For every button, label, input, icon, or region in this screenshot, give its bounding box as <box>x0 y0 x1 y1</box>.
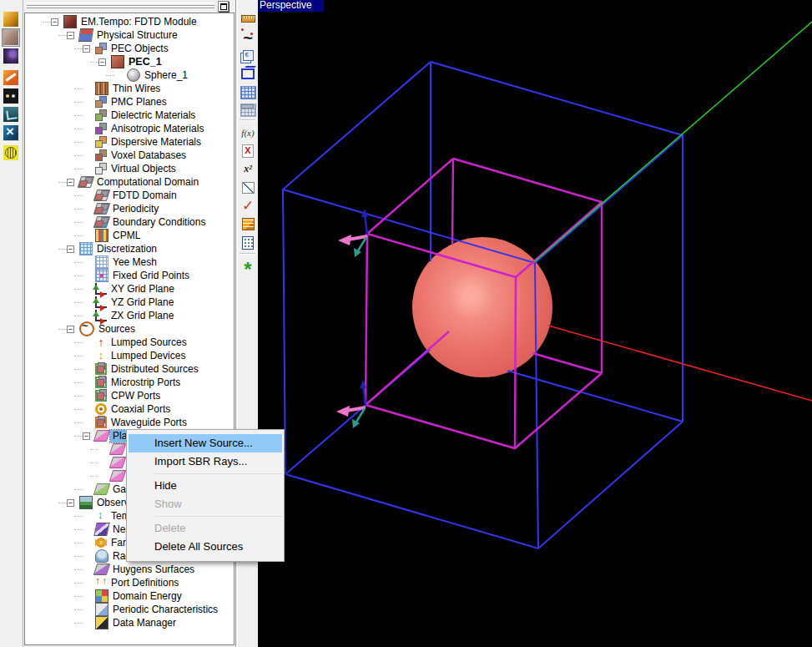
tree-item-discretization[interactable]: −Discretization <box>25 242 234 255</box>
tree-connector <box>74 262 83 263</box>
toolbar-button-mesh-grid[interactable] <box>239 83 257 101</box>
tree-item-dispersive-materials[interactable]: Dispersive Materials <box>25 135 234 149</box>
tree-item-virtual-objects[interactable]: Virtual Objects <box>25 162 234 175</box>
tree-connector <box>74 543 83 543</box>
module-button-7[interactable] <box>2 124 20 142</box>
pw-icon <box>109 443 126 455</box>
tree-item-label: Dispersive Materials <box>108 136 204 149</box>
tree-item-label: Computational Domain <box>94 176 201 189</box>
tree-item-fixed-grid-points[interactable]: Fixed Grid Points <box>25 269 234 282</box>
module-button-1[interactable] <box>2 10 20 28</box>
tree-connector <box>74 115 83 116</box>
tree-item-microstrip-ports[interactable]: Microstrip Ports <box>25 376 234 389</box>
collapse-expander-icon[interactable]: − <box>67 179 74 186</box>
fdtd-icon <box>93 190 110 201</box>
tree-item-distributed-sources[interactable]: Distributed Sources <box>25 362 234 376</box>
menu-item-hide[interactable]: Hide <box>127 477 284 495</box>
collapse-expander-icon[interactable]: − <box>83 45 90 53</box>
tree-connector <box>58 503 67 503</box>
collapse-expander-icon[interactable]: − <box>51 18 58 26</box>
tree-item-cpw-ports[interactable]: CPW Ports <box>25 389 234 402</box>
tree-item-yz-grid-plane[interactable]: YZ Grid Plane <box>25 296 234 309</box>
tree-item-huygens-surfaces[interactable]: Huygens Surfaces <box>25 563 234 576</box>
module-button-8[interactable] <box>2 144 20 162</box>
planewave-icon <box>93 430 110 442</box>
tree-connector <box>90 463 98 463</box>
tree-item-boundary-conditions[interactable]: Boundary Conditions <box>25 215 234 229</box>
collapse-expander-icon[interactable]: − <box>98 58 106 66</box>
viewport-3d[interactable]: Perspective <box>258 0 812 647</box>
module-button-5[interactable] <box>2 87 20 105</box>
toolbar-button-ruler[interactable] <box>239 10 257 28</box>
tree-item-cpml[interactable]: CPML <box>25 229 234 242</box>
menu-item-import-sbr-rays[interactable]: Import SBR Rays... <box>127 452 284 471</box>
toolbar-button-check[interactable]: ✓ <box>239 197 257 215</box>
toolbar-separator <box>3 63 19 65</box>
menu-item-delete-all-sources[interactable]: Delete All Sources <box>127 538 284 556</box>
menu-item-insert-new-source[interactable]: Insert New Source... <box>129 434 282 452</box>
tree-connector <box>74 235 83 236</box>
toolbar-button-delete-x[interactable]: X <box>239 142 257 159</box>
toolbar-button-sine-wave[interactable]: ~ <box>239 28 257 46</box>
tree-item-computational-domain[interactable]: −Computational Domain <box>25 175 234 189</box>
y-axis-line <box>534 22 812 262</box>
tree-item-sources[interactable]: −Sources <box>25 322 234 336</box>
tree-connector <box>74 396 83 397</box>
tree-item-pec-1[interactable]: −PEC_1 <box>25 55 234 68</box>
dock-grip[interactable] <box>27 3 214 8</box>
tree-item-label: Periodic Characteristics <box>110 604 220 616</box>
tree-item-thin-wires[interactable]: Thin Wires <box>25 82 234 95</box>
sheets-icon <box>243 50 254 61</box>
tree-item-data-manager[interactable]: Data Manager <box>25 616 234 629</box>
tree-item-periodic-characteristics[interactable]: Periodic Characteristics <box>25 603 234 616</box>
tree-item-zx-grid-plane[interactable]: ZX Grid Plane <box>25 309 234 322</box>
tree-item-yee-mesh[interactable]: Yee Mesh <box>25 255 234 269</box>
pw-icon <box>109 457 126 468</box>
module-button-4[interactable] <box>2 68 20 87</box>
tree-item-lumped-devices[interactable]: Lumped Devices <box>25 349 234 362</box>
coax-icon <box>95 403 107 415</box>
toolbar-button-calculator[interactable] <box>239 234 257 251</box>
module-purple-swirl-icon <box>3 48 18 63</box>
toolbar-button-mesh-grid-settings[interactable] <box>239 101 257 119</box>
tree-item-pec-objects[interactable]: −PEC Objects <box>25 42 234 55</box>
tree-item-physical-structure[interactable]: −Physical Structure <box>25 28 234 42</box>
collapse-expander-icon[interactable]: − <box>83 432 90 440</box>
toolbar-button-x-squared[interactable]: x² <box>239 160 257 178</box>
tree-item-voxel-databases[interactable]: Voxel Databases <box>25 149 234 162</box>
module-button-6[interactable] <box>2 105 20 124</box>
tree-item-port-definitions[interactable]: Port Definitions <box>25 576 234 589</box>
toolbar-button-star[interactable]: * <box>239 256 257 274</box>
tree-connector <box>74 222 83 223</box>
ruler-icon <box>241 15 255 23</box>
tree-item-periodicity[interactable]: Periodicity <box>25 202 234 215</box>
tree-item-label: Port Definitions <box>108 577 181 589</box>
tree-item-dielectric-materials[interactable]: Dielectric Materials <box>25 109 234 122</box>
toolbar-button-sheets[interactable] <box>239 47 257 64</box>
module-button-3[interactable] <box>2 47 20 65</box>
collapse-expander-icon[interactable]: − <box>67 499 74 507</box>
toolbar-button-notes[interactable] <box>239 215 257 233</box>
tree-item-label: FDTD Domain <box>110 190 179 202</box>
view-mode-label: Perspective <box>258 0 324 12</box>
tree-item-lumped-sources[interactable]: Lumped Sources <box>25 336 234 349</box>
tree-item-xy-grid-plane[interactable]: XY Grid Plane <box>25 282 234 296</box>
menu-item-show: Show <box>127 495 284 513</box>
tree-item-coaxial-ports[interactable]: Coaxial Ports <box>25 402 234 416</box>
tree-item-fdtd-domain[interactable]: FDTD Domain <box>25 189 234 202</box>
collapse-expander-icon[interactable]: − <box>67 326 74 333</box>
pec-icon <box>95 43 107 54</box>
module-button-2[interactable] <box>2 28 20 47</box>
tree-item-sphere-1[interactable]: Sphere_1 <box>25 68 234 82</box>
toolbar-button-domain-box[interactable] <box>239 65 257 83</box>
tree-item-domain-energy[interactable]: Domain Energy <box>25 589 234 603</box>
tree-item-pmc-planes[interactable]: PMC Planes <box>25 95 234 109</box>
collapse-expander-icon[interactable]: − <box>67 32 74 39</box>
toolbar-button-chart-edit[interactable] <box>239 179 257 196</box>
float-panel-button[interactable] <box>218 1 229 12</box>
tree-item-em-tempo-fdtd-module[interactable]: −EM.Tempo: FDTD Module <box>25 15 234 28</box>
toolbar-button-fx[interactable]: f(x) <box>239 124 257 141</box>
collapse-expander-icon[interactable]: − <box>67 245 74 253</box>
tree-item-waveguide-ports[interactable]: Waveguide Ports <box>25 416 234 429</box>
tree-item-anisotropic-materials[interactable]: Anisotropic Materials <box>25 122 234 135</box>
